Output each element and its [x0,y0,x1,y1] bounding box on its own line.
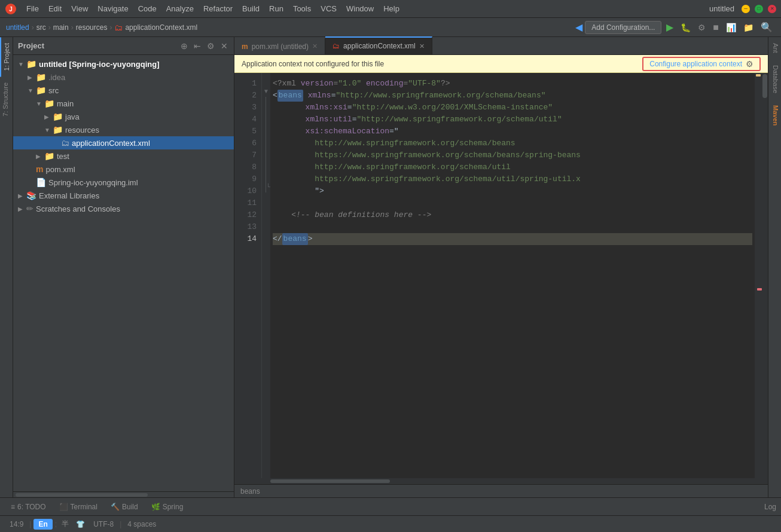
tree-item-resources[interactable]: ▼ 📁 resources [13,123,234,136]
stop-button[interactable]: ■ [710,21,721,34]
bottom-tab-build[interactable]: 🔨 Build [105,501,144,513]
vertical-scrollbar[interactable] [762,73,768,478]
search-everywhere-icon[interactable]: 🔍 [758,20,775,34]
code-line-14: </beans> [273,233,752,245]
close-panel-icon[interactable]: ✕ [219,40,229,52]
status-half[interactable]: 半 [59,519,71,529]
status-shirt-icon[interactable]: 👕 [74,520,87,528]
tree-item-root[interactable]: ▼ 📁 untitled [Spring-ioc-yuyongqing] [13,57,234,71]
sidebar-tab-structure[interactable]: 7: Structure [0,77,13,123]
tree-item-appctx[interactable]: 🗂 applicationContext.xml [13,136,234,149]
configure-gear-icon[interactable]: ⚙ [746,59,753,69]
status-position[interactable]: 14:9 [6,520,27,528]
breadcrumb-sep4: › [109,23,112,32]
new-module-icon[interactable]: ⊕ [179,40,189,52]
tree-item-src[interactable]: ▼ 📁 src [13,84,234,97]
menu-code[interactable]: Code [133,3,161,14]
xml-tab-close[interactable]: ✕ [419,42,425,50]
breadcrumb-xml-icon: 🗂 [114,23,123,32]
horizontal-scrollbar[interactable] [234,478,768,484]
configure-link[interactable]: Configure application context [649,60,742,68]
maximize-button[interactable]: □ [755,5,763,13]
menu-navigate[interactable]: Navigate [93,3,133,14]
right-panel-tabs: Ant Database Maven [768,37,781,497]
status-encoding[interactable]: UTF-8 [90,520,117,528]
run-button[interactable]: ▶ [664,20,676,34]
tree-pom-label: pom.xml [45,165,75,174]
collapse-all-icon[interactable]: ⇤ [193,40,202,52]
breadcrumb-resources[interactable]: resources [76,23,108,32]
window-controls: ─ □ ✕ [742,5,776,13]
pom-tab-label: pom.xml (untitled) [252,42,309,51]
tree-item-iml[interactable]: 📄 Spring-ioc-yuyongqing.iml [13,176,234,189]
terminal-label: Terminal [71,503,97,511]
status-indent[interactable]: 4 spaces [124,520,160,528]
menu-tools[interactable]: Tools [288,3,316,14]
settings-icon[interactable]: ⚙ [206,40,216,52]
right-tab-maven[interactable]: Maven [768,99,781,132]
build-icon: 🔨 [111,503,120,511]
build-label: Build [122,503,138,511]
minimize-button[interactable]: ─ [742,5,750,13]
breadcrumb-main[interactable]: main [53,23,69,32]
tree-item-pom[interactable]: m pom.xml [13,163,234,176]
tree-item-java[interactable]: ▶ 📁 java [13,110,234,123]
right-tab-database[interactable]: Database [768,59,781,99]
log-label[interactable]: Log [764,503,776,511]
extlibs-icon: 📚 [26,191,36,200]
sidebar-tab-project[interactable]: 1: Project [0,37,13,77]
tab-appctx[interactable]: 🗂 applicationContext.xml ✕ [325,36,432,54]
breadcrumb-file[interactable]: applicationContext.xml [125,23,197,32]
tab-pom[interactable]: m pom.xml (untitled) ✕ [234,38,325,54]
code-line-1: <?xml version="1.0" encoding="UTF-8"?> [273,78,752,90]
panel-scrollbar[interactable] [13,491,234,497]
menu-file[interactable]: File [22,3,44,14]
tree-item-extlibs[interactable]: ▶ 📚 External Libraries [13,189,234,202]
status-lang[interactable]: En [33,519,52,530]
close-button[interactable]: ✕ [768,5,776,13]
code-line-6: http://www.springframework.org/schema/be… [273,137,752,149]
line-numbers: 1 2 3 4 5 6 7 8 9 10 11 12 13 14 [234,73,262,478]
window-title: untitled [709,4,734,13]
menu-help[interactable]: Help [379,3,404,14]
menu-refactor[interactable]: Refactor [199,3,237,14]
menu-window[interactable]: Window [341,3,379,14]
menu-analyze[interactable]: Analyze [161,3,199,14]
tree-item-test[interactable]: ▶ 📁 test [13,149,234,163]
xml-file-icon: 🗂 [61,138,69,148]
menu-view[interactable]: View [66,3,93,14]
debug-button[interactable]: 🐛 [678,22,693,33]
code-content[interactable]: <?xml version="1.0" encoding="UTF-8"?> <… [270,73,755,478]
tree-item-idea[interactable]: ▶ 📁 .idea [13,71,234,84]
panel-title: Project [18,41,176,50]
project-structure-icon[interactable]: 📁 [741,22,756,33]
bottom-tab-spring[interactable]: 🌿 Spring [145,501,190,513]
tree-extlibs-label: External Libraries [39,191,99,200]
line-num-4: 4 [234,114,261,126]
right-tab-ant[interactable]: Ant [768,37,781,59]
tree-item-scratches[interactable]: ▶ ✏ Scratches and Consoles [13,202,234,215]
tree-test-label: test [57,152,69,161]
add-config-button[interactable]: Add Configuration... [585,21,661,34]
folding-gutter: ▼ └ [262,73,270,478]
status-sep1: | [29,520,31,528]
menu-edit[interactable]: Edit [44,3,66,14]
menu-build[interactable]: Build [237,3,264,14]
bottom-tab-todo[interactable]: ≡ 6: TODO [5,501,52,513]
menu-run[interactable]: Run [264,3,288,14]
breadcrumb-src[interactable]: src [36,23,46,32]
more-actions-icon[interactable]: ⚙ [695,22,708,33]
breadcrumb-untitled[interactable]: untitled [6,23,29,32]
menu-bar: File Edit View Navigate Code Analyze Ref… [22,3,709,14]
nav-back-icon[interactable]: ◀ [575,22,582,33]
tree-idea-label: .idea [48,73,65,82]
code-line-11 [273,197,752,209]
main-folder-icon: 📁 [44,99,54,108]
tab-bar: m pom.xml (untitled) ✕ 🗂 applicationCont… [234,37,768,55]
pom-tab-close[interactable]: ✕ [312,42,318,50]
tree-item-main[interactable]: ▼ 📁 main [13,97,234,110]
code-line-4: xmlns:util="http://www.springframework.o… [273,114,752,126]
coverage-button[interactable]: 📊 [724,22,739,33]
menu-vcs[interactable]: VCS [316,3,341,14]
bottom-tab-terminal[interactable]: ⬛ Terminal [53,501,103,513]
